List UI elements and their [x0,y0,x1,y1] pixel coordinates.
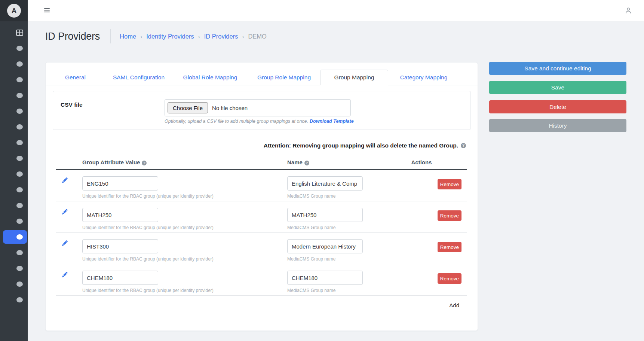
breadcrumb-home[interactable]: Home [120,33,136,40]
screen: A [0,0,644,341]
name-helper-text: MediaCMS Group name [287,194,397,199]
delete-button[interactable]: Delete [489,100,626,113]
sidebar-item[interactable] [0,276,28,292]
download-template-link[interactable]: Download Template [310,119,354,124]
dot-icon [16,219,23,224]
tab-global-role-mapping[interactable]: Global Role Mapping [172,70,248,85]
edit-button[interactable] [56,176,82,201]
remove-button[interactable]: Remove [438,273,461,284]
sidebar-item[interactable] [0,198,28,213]
user-icon [624,6,632,15]
tab-general[interactable]: General [46,70,105,85]
csv-file-input[interactable]: Choose File No file chosen [165,99,351,116]
attribute-value-input[interactable] [82,208,158,222]
sidebar-item[interactable] [0,103,28,119]
table-row: Unique identifier for the RBAC group (un… [56,233,467,264]
name-helper-text: MediaCMS Group name [287,225,397,230]
tab-bar: General SAML Configuration Global Role M… [46,70,478,85]
csv-file-label: CSV file [61,101,83,108]
tab-category-mapping[interactable]: Category Mapping [388,70,459,85]
sidebar-item[interactable] [0,292,28,308]
dot-icon [16,171,23,177]
help-icon[interactable]: ? [461,143,466,148]
history-button[interactable]: History [489,119,626,132]
csv-upload-fieldset: CSV file Choose File No file chosen Opti… [53,91,471,130]
dot-icon [16,203,23,208]
dot-icon [16,109,23,114]
group-name-input[interactable] [287,271,363,285]
breadcrumb-id-providers[interactable]: ID Providers [204,33,238,40]
sidebar-item[interactable] [0,72,28,88]
user-menu-button[interactable] [624,6,633,15]
save-button[interactable]: Save [489,81,626,94]
dot-icon [16,156,23,161]
dot-icon [16,124,23,130]
remove-button[interactable]: Remove [438,210,461,221]
breadcrumb-separator: › [198,33,200,40]
dot-icon [16,93,23,98]
sidebar-item[interactable] [0,119,28,135]
attribute-helper-text: Unique identifier for the RBAC group (un… [82,194,287,199]
sidebar-item[interactable] [0,182,28,198]
sidebar-item[interactable] [0,135,28,150]
help-icon[interactable]: ? [304,161,309,165]
pencil-icon [62,177,68,183]
attribute-value-input[interactable] [82,271,158,285]
group-mapping-table: Group Attribute Value? Name? Actions Uni… [56,156,467,309]
tab-group-role-mapping[interactable]: Group Role Mapping [248,70,320,85]
sidebar-item[interactable] [0,150,28,166]
dot-icon [16,187,23,192]
breadcrumb-identity-providers[interactable]: Identity Providers [146,33,194,40]
tab-group-mapping[interactable]: Group Mapping [320,70,388,85]
remove-button[interactable]: Remove [438,242,461,252]
breadcrumb-separator: › [140,33,142,40]
edit-button[interactable] [56,239,82,264]
remove-button[interactable]: Remove [438,179,461,189]
save-and-continue-button[interactable]: Save and continue editing [489,62,626,75]
name-helper-text: MediaCMS Group name [287,288,397,293]
menu-toggle-button[interactable] [44,8,50,12]
column-header-actions: Actions [397,159,467,165]
pencil-icon [62,209,68,214]
sidebar-item[interactable] [0,245,28,261]
page-title: ID Providers [45,31,100,42]
menu-icon [44,8,50,9]
sidebar-item-dashboard[interactable] [0,25,28,40]
app-logo[interactable]: A [7,4,21,18]
sidebar: A [0,0,28,341]
tab-saml-configuration[interactable]: SAML Configuration [105,70,172,85]
logo-letter: A [12,7,17,15]
dot-icon [16,140,23,145]
sidebar-item-active[interactable] [0,229,28,245]
dot-icon [16,46,23,51]
choose-file-button[interactable]: Choose File [168,102,208,113]
group-name-input[interactable] [287,239,363,253]
attribute-helper-text: Unique identifier for the RBAC group (un… [82,225,287,230]
attribute-value-input[interactable] [82,176,158,191]
edit-button[interactable] [56,271,82,295]
sidebar-item[interactable] [0,56,28,72]
dot-icon [16,266,23,271]
page-header: ID Providers Home › Identity Providers ›… [45,28,267,45]
attribute-value-input[interactable] [82,239,158,253]
sidebar-item[interactable] [0,88,28,103]
edit-button[interactable] [56,208,82,232]
add-mapping-link[interactable]: Add [449,302,459,308]
group-name-input[interactable] [287,208,363,222]
name-helper-text: MediaCMS Group name [287,256,397,262]
detail-card: General SAML Configuration Global Role M… [45,62,478,331]
sidebar-item[interactable] [0,40,28,56]
dot-icon [16,281,23,287]
sidebar-item[interactable] [0,213,28,229]
no-file-chosen-text: No file chosen [212,105,248,111]
sidebar-nav [0,21,28,308]
sidebar-item[interactable] [0,261,28,276]
group-name-input[interactable] [287,176,363,191]
breadcrumb-separator: › [242,33,244,40]
help-icon[interactable]: ? [142,161,147,165]
table-row: Unique identifier for the RBAC group (un… [56,201,467,233]
sidebar-item[interactable] [0,166,28,182]
table-row: Unique identifier for the RBAC group (un… [56,264,467,296]
csv-helper-text: Optionally, upload a CSV file to add mul… [165,119,354,124]
table-row: Unique identifier for the RBAC group (un… [56,170,467,201]
